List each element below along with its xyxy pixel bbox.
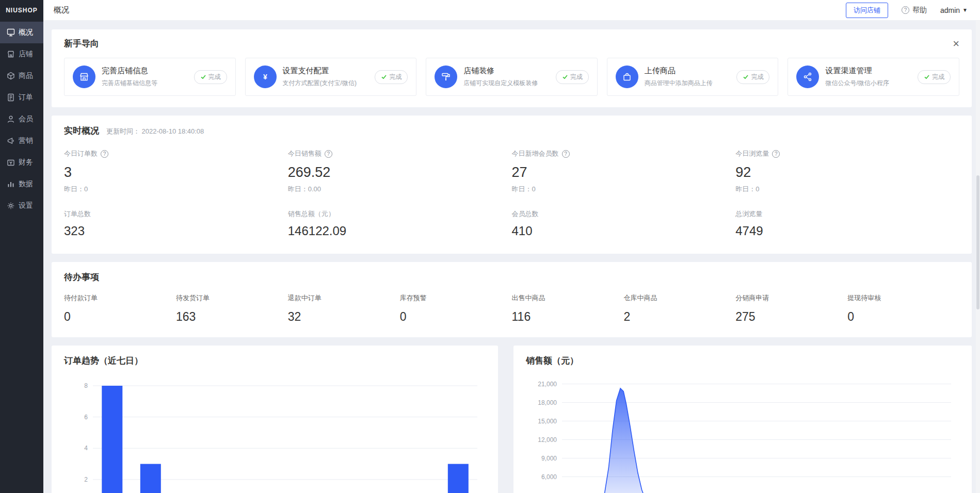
guide-status-badge[interactable]: 完成 <box>736 70 769 84</box>
visit-shop-button[interactable]: 访问店铺 <box>846 3 888 18</box>
todo-item-withdraw-review[interactable]: 提现待审核 0 <box>847 293 959 324</box>
question-icon[interactable]: ? <box>562 150 570 158</box>
stat-new-members: 今日新增会员数 ? 27 昨日：0 会员总数 410 <box>512 149 736 238</box>
todo-item-in-warehouse[interactable]: 仓库中商品 2 <box>623 293 735 324</box>
close-icon[interactable]: × <box>953 38 959 50</box>
todo-item-pending-payment[interactable]: 待付款订单 0 <box>64 293 176 324</box>
sidebar-item-label: 商品 <box>19 71 33 80</box>
guide-item-store-info[interactable]: 完善店铺信息 完善店铺基础信息等 完成 <box>64 58 236 96</box>
stat-views: 今日浏览量 ? 92 昨日：0 总浏览量 4749 <box>735 149 959 238</box>
guide-status-label: 完成 <box>570 73 583 81</box>
svg-text:6,000: 6,000 <box>541 473 557 481</box>
svg-text:8: 8 <box>84 382 88 389</box>
guide-item-decorate[interactable]: 店铺装修 店铺可实现自定义模板装修 完成 <box>426 58 598 96</box>
sidebar-item-label: 数据 <box>19 179 33 189</box>
store-icon <box>73 65 95 88</box>
guide-status-label: 完成 <box>751 73 763 81</box>
guide-status-badge[interactable]: 完成 <box>918 70 951 84</box>
check-icon <box>562 74 568 80</box>
stat-label: 今日订单数 <box>64 149 98 158</box>
stat-total-value: 4749 <box>735 224 959 238</box>
channel-icon <box>796 65 819 88</box>
sidebar-item-settings[interactable]: 设置 <box>0 195 43 217</box>
sidebar-item-label: 设置 <box>19 201 33 210</box>
svg-text:21,000: 21,000 <box>538 381 557 388</box>
guide-row: 完善店铺信息 完善店铺基础信息等 完成 ¥ 设置支付配置 <box>64 58 959 96</box>
guide-item-channel[interactable]: 设置渠道管理 微信公众号/微信小程序 完成 <box>788 58 959 96</box>
todo-item-distributor-apply[interactable]: 分销商申请 275 <box>735 293 847 324</box>
stat-yesterday: 昨日：0 <box>64 185 288 194</box>
guide-status-badge[interactable]: 完成 <box>375 70 408 84</box>
guide-item-title: 设置渠道管理 <box>825 66 911 76</box>
stat-total-label: 会员总数 <box>512 209 736 219</box>
stat-sales: 今日销售额 ? 269.52 昨日：0.00 销售总额（元） 146122.09 <box>288 149 512 238</box>
realtime-update-time: 更新时间： 2022-08-10 18:40:08 <box>106 127 204 136</box>
stat-value: 3 <box>64 165 288 180</box>
guide-item-payment[interactable]: ¥ 设置支付配置 支付方式配置(支付宝/微信) 完成 <box>245 58 417 96</box>
guide-item-title: 上传商品 <box>645 66 731 76</box>
sidebar-item-shop[interactable]: 店铺 <box>0 43 43 65</box>
sidebar-item-overview[interactable]: 概况 <box>0 22 43 43</box>
sidebar-item-marketing[interactable]: 营销 <box>0 130 43 152</box>
sidebar-item-orders[interactable]: 订单 <box>0 87 43 108</box>
sidebar-nav: 概况 店铺 商品 订单 会员 营销 <box>0 21 43 217</box>
sidebar-item-goods[interactable]: 商品 <box>0 65 43 87</box>
overview-icon <box>7 28 15 37</box>
sidebar-item-members[interactable]: 会员 <box>0 108 43 130</box>
realtime-title: 实时概况 <box>64 125 99 137</box>
sidebar-item-data[interactable]: 数据 <box>0 173 43 195</box>
scrollbar-thumb[interactable] <box>976 175 979 309</box>
stat-label: 今日浏览量 <box>735 149 769 158</box>
order-trend-chart: 2468 <box>64 371 486 493</box>
stat-yesterday: 昨日：0 <box>512 185 736 194</box>
help-question-icon: ? <box>902 6 909 14</box>
stat-value: 92 <box>735 165 959 180</box>
todo-item-stock-warning[interactable]: 库存预警 0 <box>400 293 512 324</box>
help-label: 帮助 <box>912 6 927 15</box>
main-column: 概况 访问店铺 ? 帮助 admin ▼ 新手导向 × <box>43 0 980 493</box>
breadcrumb: 概况 <box>54 5 69 15</box>
topbar: 概况 访问店铺 ? 帮助 admin ▼ <box>43 0 980 21</box>
sales-chart: 3,0006,0009,00012,00015,00018,00021,000 <box>526 371 959 493</box>
question-icon[interactable]: ? <box>772 150 780 158</box>
question-icon[interactable]: ? <box>101 150 108 158</box>
scrollbar[interactable] <box>976 21 980 493</box>
stat-total-value: 323 <box>64 224 288 238</box>
svg-text:9,000: 9,000 <box>541 455 557 462</box>
goods-icon <box>7 72 15 80</box>
charts-row: 订单趋势（近七日） 2468 销售额（元） 3,0006,0009,00012,… <box>52 346 972 493</box>
content: 新手导向 × 完善店铺信息 完善店铺基础信息等 <box>43 21 980 493</box>
guide-item-upload-goods[interactable]: 上传商品 商品管理中添加商品上传 完成 <box>607 58 779 96</box>
data-icon <box>7 180 15 188</box>
finance-icon <box>7 158 15 167</box>
svg-text:6: 6 <box>84 414 88 421</box>
guide-item-desc: 商品管理中添加商品上传 <box>645 79 731 88</box>
svg-text:¥: ¥ <box>263 73 267 81</box>
guide-item-title: 店铺装修 <box>463 66 550 76</box>
question-icon[interactable]: ? <box>325 150 332 158</box>
app-root: NIUSHOP 概况 店铺 商品 订单 会员 <box>0 0 980 493</box>
guide-status-badge[interactable]: 完成 <box>194 70 227 84</box>
guide-status-label: 完成 <box>389 73 401 81</box>
stat-total-label: 总浏览量 <box>735 209 959 219</box>
members-icon <box>7 115 15 123</box>
stat-orders: 今日订单数 ? 3 昨日：0 订单总数 323 <box>64 149 288 238</box>
guide-status-label: 完成 <box>208 73 221 81</box>
payment-icon: ¥ <box>254 65 277 88</box>
guide-status-badge[interactable]: 完成 <box>556 70 589 84</box>
realtime-stats: 今日订单数 ? 3 昨日：0 订单总数 323 今日销售额 <box>64 149 959 238</box>
user-dropdown[interactable]: admin ▼ <box>940 6 968 14</box>
guide-item-title: 设置支付配置 <box>283 66 369 76</box>
sidebar-item-finance[interactable]: 财务 <box>0 152 43 173</box>
svg-text:2: 2 <box>84 476 88 483</box>
todo-item-refunding[interactable]: 退款中订单 32 <box>288 293 400 324</box>
stat-total-value: 410 <box>512 224 736 238</box>
help-menu[interactable]: ? 帮助 <box>902 6 927 15</box>
stat-total-label: 销售总额（元） <box>288 209 512 219</box>
sales-chart-card: 销售额（元） 3,0006,0009,00012,00015,00018,000… <box>513 346 972 493</box>
guide-card: 新手导向 × 完善店铺信息 完善店铺基础信息等 <box>52 29 972 107</box>
todo-item-pending-shipment[interactable]: 待发货订单 163 <box>176 293 288 324</box>
todo-item-on-sale[interactable]: 出售中商品 116 <box>512 293 624 324</box>
sidebar-item-label: 订单 <box>19 93 33 102</box>
svg-text:4: 4 <box>84 445 88 452</box>
